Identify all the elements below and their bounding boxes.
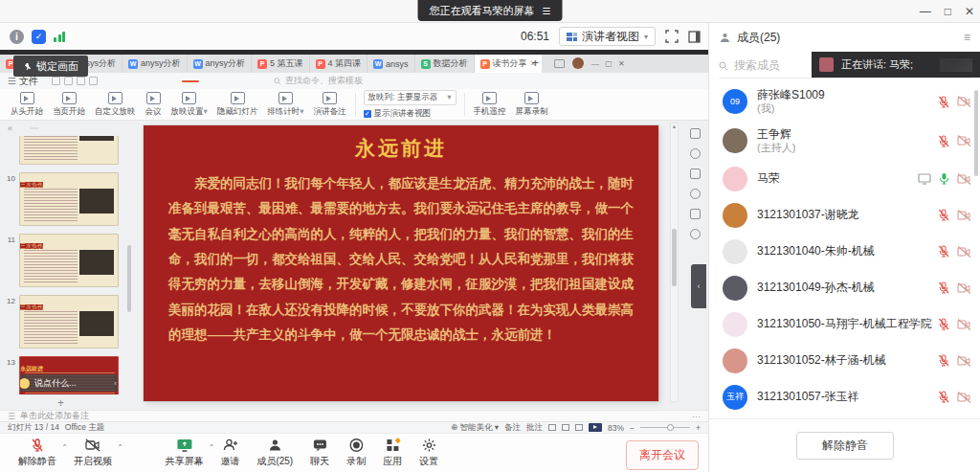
- pane-tab[interactable]: [30, 127, 39, 129]
- notes-more-icon[interactable]: ···: [692, 412, 701, 421]
- fullscreen-icon[interactable]: [665, 30, 679, 43]
- ribbon-button[interactable]: 从头开始: [6, 92, 48, 118]
- command-search[interactable]: 查找命令、搜索模板: [262, 75, 363, 87]
- member-row[interactable]: 3121301049-孙杰-机械: [709, 270, 980, 306]
- document-tab[interactable]: W anysy分析: [188, 55, 253, 73]
- settings-button[interactable]: 设置: [411, 438, 447, 468]
- ribbon-button[interactable]: 自定义放映: [90, 92, 141, 118]
- normal-view-icon[interactable]: [548, 424, 556, 431]
- sidebar-toggle-icon[interactable]: [688, 31, 701, 43]
- side-tools-bar[interactable]: [685, 128, 704, 239]
- slide-vertical-scrollbar[interactable]: ▲: [670, 123, 679, 402]
- zoom-level[interactable]: 83%: [608, 423, 624, 433]
- speaking-indicator-banner: 正在讲话: 马荣;: [812, 52, 980, 78]
- new-tab-button[interactable]: +: [524, 56, 546, 70]
- video-options-chevron[interactable]: ⌃: [117, 443, 123, 452]
- notes-bar[interactable]: ☰ 单击此处添加备注 ···: [0, 410, 708, 421]
- slide-thumbnail-partial[interactable]: [0, 136, 134, 169]
- ribbon-button[interactable]: 手机遥控: [469, 92, 511, 118]
- slideshow-button[interactable]: [589, 423, 602, 432]
- close-button[interactable]: ✕: [965, 5, 974, 18]
- member-row[interactable]: 3121301040-朱帅-机械: [709, 234, 980, 270]
- zoom-slider[interactable]: [640, 427, 690, 428]
- slide-thumbnail[interactable]: 10 三次负伤: [0, 169, 134, 230]
- slide-thumbnail[interactable]: 11 三次负伤: [0, 230, 134, 291]
- meeting-info-icon[interactable]: i: [10, 30, 24, 44]
- tab-list-icon[interactable]: [554, 59, 565, 68]
- watching-screen-banner[interactable]: 您正在观看马荣的屏幕 ☰: [418, 0, 563, 21]
- ribbon-button-icon: [20, 92, 34, 104]
- meeting-timer: 06:51: [521, 30, 549, 43]
- leave-meeting-button[interactable]: 离开会议: [626, 440, 699, 470]
- comments-toggle[interactable]: 批注: [526, 422, 543, 434]
- security-shield-icon[interactable]: ✓: [32, 30, 46, 44]
- share-screen-button[interactable]: 共享屏幕 ⌃: [156, 438, 212, 468]
- view-mode-button[interactable]: 演讲者视图 ▾: [559, 27, 656, 46]
- zoom-in-button[interactable]: +: [696, 423, 701, 433]
- member-row[interactable]: 3121301052-林子涵-机械: [709, 343, 980, 379]
- mic-off-icon: [938, 135, 949, 147]
- chat-button[interactable]: 聊天: [301, 438, 338, 468]
- document-tab[interactable]: P 4 第四课: [310, 55, 368, 73]
- wps-status-bar: 幻灯片 13 / 14 Office 主题 ⊕ 智能美化 ▾ 备注 批注 83%…: [0, 421, 708, 433]
- sorter-view-icon[interactable]: [562, 424, 569, 431]
- apps-button[interactable]: 应用: [374, 438, 411, 468]
- ribbon-button[interactable]: 排练计时▾: [262, 92, 308, 118]
- start-video-button[interactable]: 开启视频 ⌃: [65, 438, 121, 468]
- slide-thumbnail[interactable]: 13 永远前进 说点什么... ‹: [0, 352, 134, 394]
- add-slide-button[interactable]: +: [57, 396, 64, 410]
- thumbnail-scrollbar[interactable]: [127, 245, 131, 312]
- doc-type-icon: W: [373, 59, 383, 69]
- wps-window-controls[interactable]: — ▢ ✕: [591, 59, 627, 68]
- ribbon-tab[interactable]: [182, 80, 199, 82]
- presenter-view-checkbox[interactable]: ✓显示演讲者视图: [364, 108, 457, 120]
- member-row[interactable]: 玉祥 3121301057-张玉祥: [709, 379, 980, 416]
- wps-account-avatar[interactable]: [572, 57, 584, 69]
- document-tab[interactable]: S 数据分析: [415, 55, 475, 73]
- member-row[interactable]: 马荣: [709, 161, 980, 197]
- document-tab[interactable]: P 5 第五课: [252, 55, 310, 73]
- camera-off-icon: [957, 319, 971, 330]
- camera-off-icon: [957, 173, 971, 185]
- member-row[interactable]: 3121301037-谢晓龙: [709, 197, 980, 234]
- ribbon-button[interactable]: 当页开始: [48, 92, 90, 118]
- current-slide[interactable]: 永远前进 亲爱的同志们！我们每个年轻人，都应该是生龙活虎、精力充沛的战士，随时准…: [144, 125, 658, 401]
- document-tab[interactable]: W ansys: [368, 55, 415, 73]
- unmute-button[interactable]: 解除静音 ⌃: [10, 438, 65, 468]
- quick-access-toolbar[interactable]: [46, 77, 103, 85]
- members-button[interactable]: 成员(25): [248, 438, 301, 468]
- maximize-button[interactable]: □: [945, 5, 951, 18]
- member-row[interactable]: 王争辉 (主持人): [709, 122, 980, 161]
- banner-menu-icon[interactable]: ☰: [543, 6, 551, 16]
- collapse-pane-icon[interactable]: «: [8, 124, 12, 133]
- invite-button[interactable]: 邀请: [212, 438, 248, 468]
- ribbon-button[interactable]: 演讲备注: [309, 92, 351, 118]
- member-list-scrollbar[interactable]: [974, 90, 978, 176]
- panel-menu-icon[interactable]: ≡: [964, 31, 970, 44]
- invite-icon: [222, 438, 238, 453]
- document-tab[interactable]: W anysy分析: [122, 55, 188, 73]
- emoji-icon[interactable]: [19, 378, 30, 389]
- smart-beautify-button[interactable]: ⊕ 智能美化 ▾: [451, 422, 499, 434]
- side-panel-collapse-tab[interactable]: ‹: [691, 264, 706, 308]
- comment-input-overlay[interactable]: 说点什么... ‹: [19, 374, 119, 392]
- display-target-select[interactable]: 放映到: 主要显示器 ▾: [364, 90, 457, 105]
- chat-icon: [312, 438, 327, 453]
- member-row[interactable]: 3121301050-马翔宇-机械工程学院: [709, 306, 980, 343]
- ribbon-button[interactable]: 屏幕录制: [511, 92, 553, 118]
- doc-type-icon: W: [193, 59, 203, 69]
- reading-view-icon[interactable]: [575, 424, 583, 431]
- slide-thumbnail[interactable]: 12 三次负伤: [0, 291, 134, 352]
- ribbon-button[interactable]: 会议: [141, 92, 167, 118]
- ribbon-button[interactable]: 隐藏幻灯片: [212, 92, 263, 118]
- panel-unmute-button[interactable]: 解除静音: [796, 432, 894, 460]
- minimize-button[interactable]: —: [920, 5, 931, 18]
- zoom-out-button[interactable]: −: [630, 423, 635, 433]
- lock-view-button[interactable]: 锁定画面: [13, 56, 88, 77]
- record-button[interactable]: 录制: [338, 438, 374, 468]
- wps-workspace: « 10 三次负伤: [0, 121, 708, 410]
- ribbon-button[interactable]: 放映设置▾: [167, 92, 212, 118]
- member-row[interactable]: 09 薛张峰S1009 (我): [709, 82, 980, 122]
- member-avatar: [723, 167, 747, 191]
- notes-toggle[interactable]: 备注: [504, 422, 521, 434]
